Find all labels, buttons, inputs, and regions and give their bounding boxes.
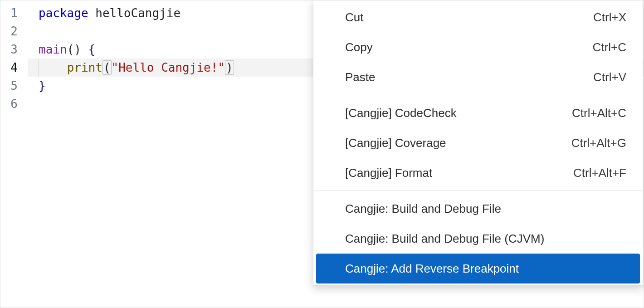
- menu-item-cangjie-coverage[interactable]: [Cangjie] Coverage Ctrl+Alt+G: [313, 128, 643, 158]
- bracket-match-open: (: [102, 60, 112, 75]
- menu-item-shortcut: Ctrl+X: [593, 10, 626, 24]
- token-brace-open: {: [88, 43, 96, 56]
- menu-item-copy[interactable]: Copy Ctrl+C: [313, 32, 643, 62]
- menu-item-label: Cangjie: Add Reverse Breakpoint: [345, 262, 519, 276]
- token-string: "Hello Cangjie!": [112, 61, 225, 74]
- line-number-gutter: 1 2 3 4 5 6: [0, 0, 28, 308]
- line-number: 2: [0, 22, 18, 40]
- line-number: 3: [0, 40, 18, 59]
- token-identifier: helloCangjie: [95, 6, 181, 20]
- menu-item-cangjie-build-debug-cjvm[interactable]: Cangjie: Build and Debug File (CJVM): [313, 224, 643, 254]
- line-number: 6: [0, 95, 18, 113]
- token-brace-close: }: [39, 79, 46, 93]
- token-call: print: [67, 61, 102, 74]
- menu-item-cut[interactable]: Cut Ctrl+X: [313, 2, 643, 32]
- menu-item-cangjie-format[interactable]: [Cangjie] Format Ctrl+Alt+F: [313, 158, 643, 188]
- context-menu[interactable]: Cut Ctrl+X Copy Ctrl+C Paste Ctrl+V [Can…: [313, 0, 643, 286]
- bracket-match-close: ): [225, 60, 234, 75]
- token-parens: (): [67, 43, 81, 56]
- menu-item-label: [Cangjie] Format: [345, 166, 432, 180]
- menu-item-label: Copy: [345, 40, 373, 54]
- token-space: [81, 43, 88, 56]
- menu-item-cangjie-add-reverse-breakpoint[interactable]: Cangjie: Add Reverse Breakpoint: [316, 254, 640, 284]
- menu-item-shortcut: Ctrl+C: [593, 40, 626, 54]
- indent-guide: [39, 59, 39, 77]
- menu-item-label: Cut: [345, 10, 363, 24]
- menu-item-label: [Cangjie] CodeCheck: [345, 106, 457, 120]
- menu-item-shortcut: Ctrl+V: [593, 70, 626, 84]
- token-space: [88, 6, 96, 20]
- menu-item-shortcut: Ctrl+Alt+C: [572, 106, 626, 120]
- menu-item-label: [Cangjie] Coverage: [345, 136, 446, 150]
- menu-item-cangjie-codecheck[interactable]: [Cangjie] CodeCheck Ctrl+Alt+C: [313, 98, 643, 128]
- menu-separator: [313, 191, 643, 191]
- line-number: 5: [0, 77, 18, 95]
- token-function: main: [39, 43, 67, 56]
- menu-item-label: Cangjie: Build and Debug File (CJVM): [345, 232, 544, 246]
- menu-item-shortcut: Ctrl+Alt+F: [573, 166, 626, 180]
- menu-separator: [313, 95, 643, 95]
- token-indent: [39, 61, 67, 74]
- menu-item-cangjie-build-debug[interactable]: Cangjie: Build and Debug File: [313, 194, 643, 224]
- line-number-active: 4: [0, 59, 18, 77]
- line-number: 1: [0, 4, 18, 22]
- token-keyword: package: [39, 6, 88, 20]
- menu-item-label: Paste: [345, 70, 376, 84]
- menu-item-label: Cangjie: Build and Debug File: [345, 202, 501, 216]
- menu-item-paste[interactable]: Paste Ctrl+V: [313, 62, 643, 92]
- menu-item-shortcut: Ctrl+Alt+G: [571, 136, 626, 150]
